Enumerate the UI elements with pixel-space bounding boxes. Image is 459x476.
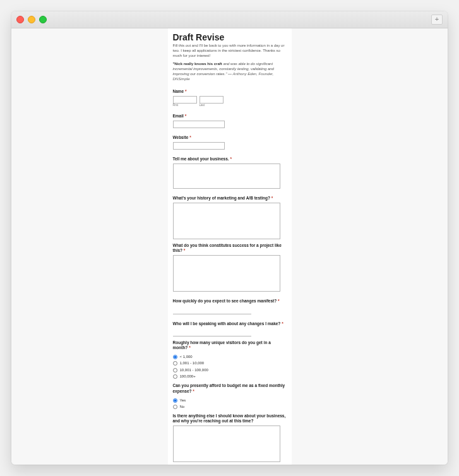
visitors-radio-3[interactable] xyxy=(173,374,177,379)
intro-text: Fill this out and I'll be back to you wi… xyxy=(173,44,287,58)
visitors-option-1-label: 1,001 - 10,000 xyxy=(180,360,205,366)
label-email: Email * xyxy=(173,114,187,119)
browser-window: + Draft Revise Fill this out and I'll be… xyxy=(11,11,448,465)
field-visitors: Roughly how many unique visitors do you … xyxy=(173,340,287,380)
budget-option-0-label: Yes xyxy=(180,398,186,403)
visitors-option-2-label: 10,001 - 100,000 xyxy=(180,367,208,373)
label-speaking: Who will I be speaking with about any ch… xyxy=(173,321,283,326)
field-success: What do you think constitutes success fo… xyxy=(173,243,287,292)
field-name: Name * First Last xyxy=(173,86,287,107)
viewport: Draft Revise Fill this out and I'll be b… xyxy=(11,28,448,465)
label-name-text: Name xyxy=(173,89,184,93)
success-textarea[interactable] xyxy=(173,255,280,292)
website-input[interactable] xyxy=(173,142,225,150)
first-name-input[interactable] xyxy=(173,96,197,104)
required-mark: * xyxy=(185,89,187,93)
label-name: Name * xyxy=(173,89,187,94)
budget-option-0[interactable]: Yes xyxy=(173,398,287,403)
zoom-icon[interactable] xyxy=(39,16,47,23)
required-mark: * xyxy=(230,157,232,161)
required-mark: * xyxy=(189,345,191,350)
field-business: Tell me about your business. * xyxy=(173,153,287,189)
budget-option-1[interactable]: No xyxy=(173,404,287,410)
label-website-text: Website xyxy=(173,135,189,140)
required-mark: * xyxy=(278,299,280,303)
required-mark: * xyxy=(189,135,191,140)
label-success: What do you think constitutes success fo… xyxy=(173,243,287,253)
visitors-option-3-label: 100,000+ xyxy=(180,374,196,379)
visitors-option-1[interactable]: 1,001 - 10,000 xyxy=(173,360,287,366)
business-textarea[interactable] xyxy=(173,164,280,189)
label-history: What's your history of marketing and A/B… xyxy=(173,196,273,201)
label-visitors-text: Roughly how many unique visitors do you … xyxy=(173,340,271,350)
field-speed: How quickly do you expect to see changes… xyxy=(173,295,287,314)
label-visitors: Roughly how many unique visitors do you … xyxy=(173,340,287,350)
field-speaking: Who will I be speaking with about any ch… xyxy=(173,318,287,336)
field-anything-else: Is there anything else I should know abo… xyxy=(173,414,287,462)
visitors-options: < 1,000 1,001 - 10,000 10,001 - 100,000 xyxy=(173,354,287,380)
label-history-text: What's your history of marketing and A/B… xyxy=(173,196,270,200)
field-email: Email * xyxy=(173,110,287,128)
visitors-radio-2[interactable] xyxy=(173,368,177,372)
anything-else-textarea[interactable] xyxy=(173,425,280,462)
testimonial: "Nick really knows his craft and was abl… xyxy=(173,62,287,81)
new-tab-button[interactable]: + xyxy=(431,15,443,25)
visitors-option-0[interactable]: < 1,000 xyxy=(173,354,287,360)
close-icon[interactable] xyxy=(16,16,24,23)
form-page: Draft Revise Fill this out and I'll be b… xyxy=(168,28,292,465)
visitors-option-0-label: < 1,000 xyxy=(180,354,193,360)
required-mark: * xyxy=(185,114,187,118)
label-speed: How quickly do you expect to see changes… xyxy=(173,299,280,304)
label-speaking-text: Who will I be speaking with about any ch… xyxy=(173,321,281,326)
label-business: Tell me about your business. * xyxy=(173,157,232,162)
label-anything-else: Is there anything else I should know abo… xyxy=(173,414,287,424)
budget-radio-1[interactable] xyxy=(173,405,177,409)
label-success-text: What do you think constitutes success fo… xyxy=(173,243,282,253)
speed-input[interactable] xyxy=(173,306,251,314)
speaking-input[interactable] xyxy=(173,328,251,336)
label-budget-text: Can you presently afford to budget me as… xyxy=(173,383,285,393)
minimize-icon[interactable] xyxy=(28,16,35,23)
label-business-text: Tell me about your business. xyxy=(173,157,229,161)
visitors-radio-0[interactable] xyxy=(173,355,177,359)
history-textarea[interactable] xyxy=(173,203,280,239)
label-email-text: Email xyxy=(173,114,184,118)
visitors-option-3[interactable]: 100,000+ xyxy=(173,374,287,379)
field-history: What's your history of marketing and A/B… xyxy=(173,193,287,239)
budget-radio-0[interactable] xyxy=(173,398,177,403)
label-website: Website * xyxy=(173,135,191,140)
titlebar: + xyxy=(11,11,448,28)
visitors-radio-1[interactable] xyxy=(173,361,177,366)
testimonial-lead: "Nick really knows his craft xyxy=(173,62,222,66)
label-speed-text: How quickly do you expect to see changes… xyxy=(173,299,277,303)
required-mark: * xyxy=(282,321,283,326)
field-website: Website * xyxy=(173,132,287,150)
required-mark: * xyxy=(184,248,186,253)
required-mark: * xyxy=(271,196,273,200)
budget-options: Yes No xyxy=(173,398,287,410)
required-mark: * xyxy=(193,389,194,393)
first-name-sublabel: First xyxy=(173,104,197,107)
page-title: Draft Revise xyxy=(173,32,287,42)
last-name-sublabel: Last xyxy=(200,104,224,107)
traffic-lights xyxy=(16,16,47,23)
label-anything-else-text: Is there anything else I should know abo… xyxy=(173,414,286,423)
last-name-input[interactable] xyxy=(200,96,224,104)
budget-option-1-label: No xyxy=(180,404,185,410)
email-input[interactable] xyxy=(173,121,225,128)
field-budget: Can you presently afford to budget me as… xyxy=(173,383,287,410)
label-budget: Can you presently afford to budget me as… xyxy=(173,383,287,393)
visitors-option-2[interactable]: 10,001 - 100,000 xyxy=(173,367,287,373)
